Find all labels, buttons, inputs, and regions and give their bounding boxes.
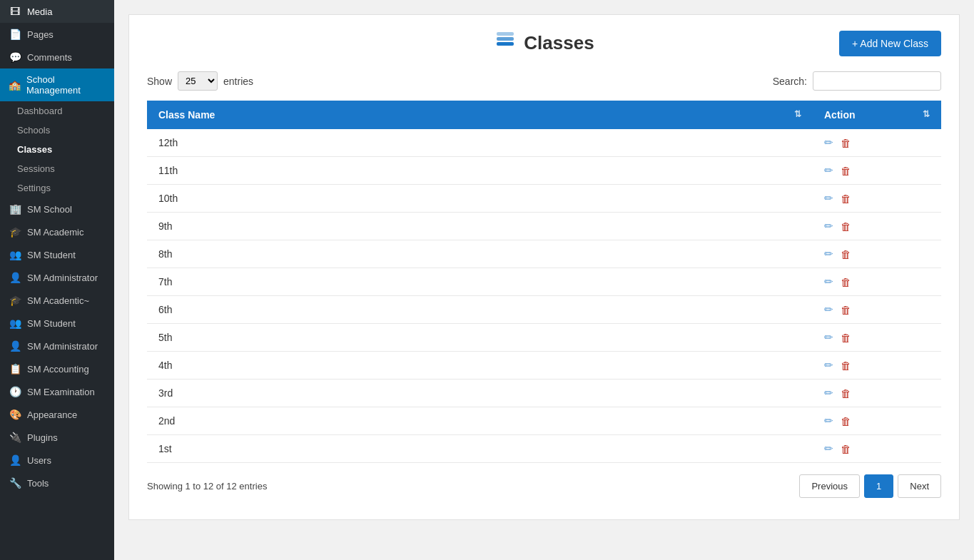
sidebar-item-tools[interactable]: 🔧 Tools [0,472,114,494]
cell-class-name: 10th [147,185,813,213]
delete-icon[interactable]: 🗑 [841,304,851,316]
sidebar-item-users[interactable]: 👤 Users [0,449,114,472]
sidebar-item-sm-academic2[interactable]: 🎓 SM Acadentic~ [0,289,114,312]
sidebar-label-appearance: Appearance [27,409,77,420]
classes-icon [494,29,517,57]
table-row: 4th ✏ 🗑 [147,352,941,380]
sidebar-item-sm-academic[interactable]: 🎓 SM Academic [0,220,114,243]
edit-icon[interactable]: ✏ [824,331,833,344]
svg-rect-0 [497,42,514,46]
edit-icon[interactable]: ✏ [824,136,833,149]
sidebar-label-pages: Pages [27,29,54,40]
sidebar-item-appearance[interactable]: 🎨 Appearance [0,403,114,426]
sidebar-label-dashboard: Dashboard [17,106,63,116]
edit-icon[interactable]: ✏ [824,192,833,205]
col-class-name[interactable]: Class Name ⇅ [147,101,813,129]
search-input[interactable] [813,71,941,91]
cell-action: ✏ 🗑 [813,157,941,185]
edit-icon[interactable]: ✏ [824,387,833,399]
edit-icon[interactable]: ✏ [824,220,833,233]
sidebar-label-sm-administrator2: SM Administrator [27,341,98,352]
page-1-button[interactable]: 1 [864,474,893,498]
entries-label: entries [223,76,253,87]
entries-select[interactable]: 10 25 50 100 [178,71,218,91]
sidebar-sub-settings[interactable]: Settings [0,178,114,198]
edit-icon[interactable]: ✏ [824,303,833,316]
classes-table: Class Name ⇅ Action ⇅ 12th ✏ 🗑 [147,101,941,463]
delete-icon[interactable]: 🗑 [841,165,851,177]
delete-icon[interactable]: 🗑 [841,443,851,455]
search-group: Search: [773,71,941,91]
cell-class-name: 7th [147,268,813,296]
sidebar-sub-schools[interactable]: Schools [0,121,114,140]
delete-icon[interactable]: 🗑 [841,387,851,399]
sm-administrator-icon: 👤 [9,272,21,283]
sidebar-item-sm-administrator2[interactable]: 👤 SM Administrator [0,335,114,357]
sidebar-sub-dashboard[interactable]: Dashboard [0,101,114,121]
delete-icon[interactable]: 🗑 [841,137,851,149]
sidebar-item-pages[interactable]: 📄 Pages [0,23,114,46]
sidebar-item-sm-accounting[interactable]: 📋 SM Accounting [0,357,114,380]
users-icon: 👤 [9,454,21,466]
sm-student-icon: 👥 [9,249,21,260]
sidebar-sub-sessions[interactable]: Sessions [0,159,114,178]
sm-administrator2-icon: 👤 [9,340,21,352]
delete-icon[interactable]: 🗑 [841,415,851,427]
page-title-group: Classes [494,29,594,57]
cell-class-name: 11th [147,157,813,185]
sidebar-item-sm-school[interactable]: 🏢 SM School [0,198,114,220]
edit-icon[interactable]: ✏ [824,442,833,455]
table-row: 6th ✏ 🗑 [147,296,941,324]
delete-icon[interactable]: 🗑 [841,360,851,372]
sidebar-item-sm-examination[interactable]: 🕐 SM Examination [0,380,114,403]
sidebar-item-media[interactable]: 🎞 Media [0,0,114,23]
sidebar-label-sm-student: SM Student [27,250,76,260]
comments-icon: 💬 [9,51,21,63]
sidebar-label-sm-academic: SM Academic [27,227,83,238]
delete-icon[interactable]: 🗑 [841,276,851,288]
sm-academic2-icon: 🎓 [9,295,21,306]
edit-icon[interactable]: ✏ [824,359,833,372]
sm-academic-icon: 🎓 [9,226,21,238]
school-management-icon: 🏫 [9,79,21,91]
table-row: 3rd ✏ 🗑 [147,380,941,407]
sidebar-item-sm-student2[interactable]: 👥 SM Student [0,312,114,335]
sidebar-sub-classes[interactable]: Classes [0,140,114,159]
cell-class-name: 4th [147,352,813,380]
sidebar-label-sm-accounting: SM Accounting [27,364,89,375]
sidebar-item-school-management[interactable]: 🏫 School Management [0,68,114,101]
cell-class-name: 2nd [147,407,813,435]
sidebar-label-comments: Comments [27,52,72,63]
cell-class-name: 9th [147,213,813,240]
sidebar-item-sm-administrator[interactable]: 👤 SM Administrator [0,266,114,289]
cell-class-name: 8th [147,240,813,268]
edit-icon[interactable]: ✏ [824,248,833,260]
sidebar-item-plugins[interactable]: 🔌 Plugins [0,426,114,449]
previous-button[interactable]: Previous [799,474,860,498]
pages-icon: 📄 [9,29,21,40]
sidebar-item-sm-student[interactable]: 👥 SM Student [0,243,114,266]
edit-icon[interactable]: ✏ [824,414,833,427]
edit-icon[interactable]: ✏ [824,164,833,177]
sidebar-item-comments[interactable]: 💬 Comments [0,46,114,68]
table-row: 10th ✏ 🗑 [147,185,941,213]
delete-icon[interactable]: 🗑 [841,220,851,233]
add-new-class-button[interactable]: + Add New Class [839,31,941,56]
edit-icon[interactable]: ✏ [824,275,833,288]
delete-icon[interactable]: 🗑 [841,248,851,260]
cell-action: ✏ 🗑 [813,185,941,213]
sidebar-label-sm-academic2: SM Acadentic~ [27,295,89,306]
page-title: Classes [524,32,594,54]
sort-class-name-icon: ⇅ [794,109,801,119]
delete-icon[interactable]: 🗑 [841,332,851,344]
cell-action: ✏ 🗑 [813,324,941,352]
appearance-icon: 🎨 [9,409,21,420]
next-button[interactable]: Next [898,474,941,498]
sm-school-icon: 🏢 [9,203,21,215]
content-wrapper: Classes + Add New Class Show 10 25 50 10… [128,14,960,520]
delete-icon[interactable]: 🗑 [841,193,851,205]
col-action[interactable]: Action ⇅ [813,101,941,129]
sidebar-label-sm-examination: SM Examination [27,387,95,397]
sidebar-label-school-management: School Management [26,74,106,96]
plugins-icon: 🔌 [9,432,21,443]
